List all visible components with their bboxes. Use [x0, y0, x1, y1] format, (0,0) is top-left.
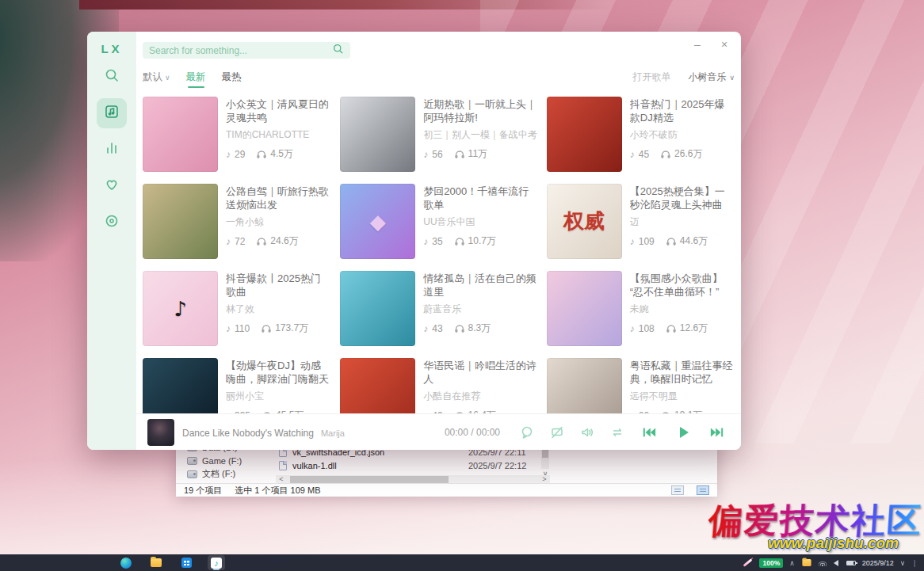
playlist-cover[interactable]	[547, 271, 622, 346]
tab-newest[interactable]: 最新	[186, 70, 206, 84]
comment-icon[interactable]	[520, 425, 534, 440]
playlist-card[interactable]: 情绪孤岛｜活在自己的频道里 蔚蓝音乐 ♪43 8.3万	[340, 271, 537, 346]
playlist-card[interactable]: ♪ 抖音爆款丨2025热门歌曲 林了效 ♪110 173.7万	[143, 271, 330, 346]
taskbar-store-button[interactable]	[178, 555, 195, 570]
battery-icon[interactable]	[846, 561, 856, 565]
playlist-card[interactable]: 【劲爆午夜DJ】动感嗨曲，脚踩油门嗨翻天 丽州小宝 ♪335 45.5万	[143, 358, 330, 413]
taskbar-edge-button[interactable]	[117, 555, 135, 570]
caret-icon[interactable]: ∨	[900, 559, 906, 567]
sidebar-item-songlist[interactable]	[97, 98, 127, 128]
tray-folder-icon[interactable]	[802, 559, 811, 566]
playlist-creator: 丽州小宝	[226, 390, 330, 403]
playlist-title: 【氛围感小众歌曲】“忍不住单曲循环！”	[630, 272, 735, 299]
app-logo: LX	[101, 42, 122, 55]
battery-widget[interactable]: 100%	[759, 558, 783, 568]
player-bar: Dance Like Nobody's WatchingMarija 00:00…	[136, 413, 741, 450]
music-note-icon: ♪	[423, 149, 428, 160]
music-note-icon: ♪	[211, 558, 222, 569]
sidebar-item-settings[interactable]	[97, 207, 127, 238]
next-button[interactable]	[709, 425, 725, 440]
file-date: 2025/9/7 22:12	[468, 461, 526, 470]
sidebar-item-leaderboard[interactable]	[97, 135, 127, 165]
search-icon[interactable]	[332, 43, 344, 58]
play-mode-icon[interactable]	[610, 425, 624, 440]
headphones-icon	[666, 325, 676, 333]
playlist-card[interactable]: 公路自驾｜听旅行热歌送烦恼出发 一角小鲸 ♪72 24.6万	[143, 184, 330, 259]
view-large-icons-button[interactable]	[697, 485, 709, 495]
playlist-card[interactable]: 粤语私藏｜重温往事经典，唤醒旧时记忆 远得不明显 ♪60 19.1万	[547, 358, 735, 413]
headphones-icon	[661, 150, 670, 158]
playlist-title: 公路自驾｜听旅行热歌送烦恼出发	[226, 185, 330, 211]
status-item-count: 19 个项目	[184, 485, 222, 497]
tab-hottest[interactable]: 最热	[222, 70, 242, 84]
playlist-title: 小众英文｜清风夏日的灵魂共鸣	[226, 97, 330, 124]
playlist-card[interactable]: 华语民谣｜吟唱生活的诗人 小酷自在推荐 ♪49 16.4万	[340, 358, 537, 413]
playlist-card[interactable]: ◆ 梦回2000！千禧年流行歌单 UU音乐中国 ♪35 10.7万	[340, 184, 537, 259]
playlist-stats: ♪108 12.6万	[630, 322, 735, 335]
now-playing: Dance Like Nobody's WatchingMarija	[182, 425, 345, 440]
minimize-button[interactable]: –	[689, 36, 706, 52]
song-count: 110	[235, 323, 250, 334]
song-count: 43	[432, 323, 442, 334]
source-selector[interactable]: 小树音乐∨	[688, 70, 735, 84]
clock-date[interactable]: 2025/9/12	[862, 559, 894, 567]
playlist-creator: 林了效	[226, 303, 330, 316]
playlist-cover[interactable]: ◆	[340, 184, 415, 259]
play-count: 44.6万	[680, 234, 708, 248]
playlist-cover[interactable]	[143, 97, 218, 172]
playlist-cover[interactable]	[547, 358, 622, 413]
playlist-stats: ♪45 26.6万	[630, 147, 735, 161]
volume-icon[interactable]	[834, 560, 838, 566]
search-input[interactable]	[149, 45, 332, 56]
taskbar-music-button[interactable]: ♪	[208, 555, 225, 570]
volume-icon[interactable]	[580, 425, 594, 440]
taskbar-explorer-button[interactable]	[147, 555, 165, 570]
playlist-card[interactable]: 【氛围感小众歌曲】“忍不住单曲循环！” 未婉 ♪108 12.6万	[547, 271, 735, 346]
explorer-file-row[interactable]: vulkan-1.dll 2025/9/7 22:12	[279, 459, 612, 472]
playlist-cover[interactable]	[340, 271, 415, 346]
drive-icon	[187, 457, 197, 465]
playlist-cover[interactable]	[143, 184, 218, 259]
hidden-icons-chevron[interactable]: ∧	[789, 559, 795, 567]
playlist-title: 【2025热梗合集】一秒沦陷灵魂上头神曲	[630, 185, 735, 211]
song-count: 29	[235, 149, 245, 160]
music-note-icon: ♪	[423, 236, 428, 247]
song-count: 35	[432, 236, 442, 247]
playlist-creator: TIM的CHARLOTTE	[226, 128, 330, 142]
taskbar: ♪ 100% ∧ 2025/9/12 ∨ ❘	[0, 554, 924, 571]
scrollbar-thumb[interactable]	[290, 476, 449, 483]
playlist-cover[interactable]: 权威	[547, 184, 622, 259]
play-button[interactable]	[674, 424, 692, 441]
playlist-cover[interactable]: ♪	[143, 271, 218, 346]
previous-button[interactable]	[641, 425, 657, 440]
open-playlist-link[interactable]: 打开歌单	[632, 70, 670, 84]
tab-category-dropdown[interactable]: 默认∨	[143, 70, 170, 84]
playlist-card[interactable]: 权威 【2025热梗合集】一秒沦陷灵魂上头神曲 迈 ♪109 44.6万	[547, 184, 735, 259]
music-note-icon: ♪	[423, 323, 428, 334]
explorer-drive-item[interactable]: 文档 (F:)	[176, 467, 273, 481]
song-count: 56	[432, 149, 442, 160]
stylus-pen-icon[interactable]	[743, 558, 753, 567]
playlist-cover[interactable]	[547, 97, 622, 172]
play-count: 8.3万	[468, 322, 491, 335]
playlist-card[interactable]: 近期热歌｜一听就上头｜阿玛特拉斯! 初三｜别人一模｜备战中考 ♪56 11万	[340, 97, 537, 172]
play-count: 173.7万	[275, 322, 308, 335]
play-count: 11万	[468, 147, 487, 161]
playlist-cover[interactable]	[340, 97, 415, 172]
taskbar-app-icons: ♪	[117, 555, 225, 570]
playlist-card[interactable]: 抖音热门｜2025年爆款DJ精选 小玲不破防 ♪45 26.6万	[547, 97, 735, 172]
search-bar[interactable]	[143, 42, 350, 59]
playlist-cover[interactable]	[340, 358, 415, 413]
desktop-lyric-icon[interactable]	[550, 425, 564, 440]
folder-icon	[151, 558, 162, 567]
playlist-card[interactable]: 小众英文｜清风夏日的灵魂共鸣 TIM的CHARLOTTE ♪29 4.5万	[143, 97, 330, 172]
wifi-icon[interactable]	[819, 560, 827, 566]
explorer-drive-item[interactable]: Game (F:)	[176, 454, 273, 467]
close-button[interactable]: ×	[716, 36, 733, 52]
sidebar-item-favorites[interactable]	[97, 171, 127, 201]
playlist-title: 粤语私藏｜重温往事经典，唤醒旧时记忆	[630, 359, 735, 386]
playlist-cover[interactable]	[143, 358, 218, 413]
view-details-button[interactable]	[671, 485, 684, 495]
album-art[interactable]	[147, 419, 174, 446]
sidebar-item-search[interactable]	[97, 62, 127, 92]
